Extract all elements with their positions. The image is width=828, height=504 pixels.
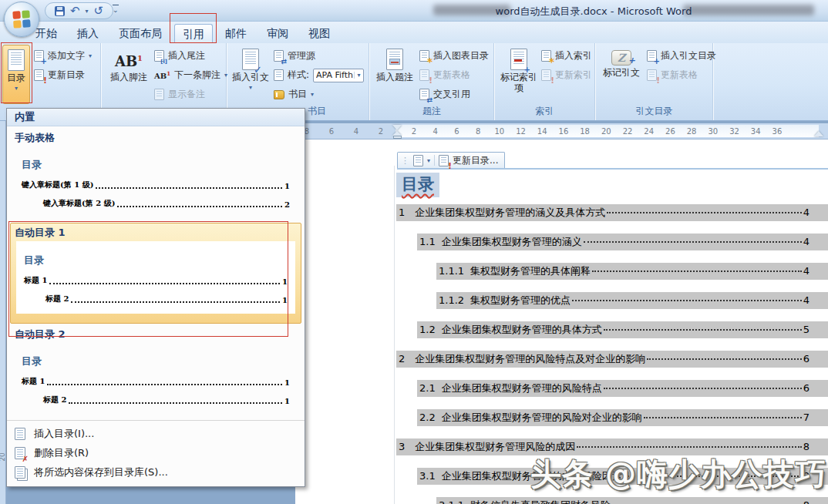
insert-citation-label: 插入引文 [232,72,269,83]
captions-group-label: 题注 [370,105,493,118]
insert-table-of-authorities-button[interactable]: 插入引文目录 [647,49,716,63]
toc-field-icon[interactable] [413,155,423,166]
document-toc-heading[interactable]: 目录 [396,173,439,197]
toc-entry-text: 财务信息失真导致集团财务风险 [470,499,611,504]
toc-entry-text: 企业集团集权型财务管理风险的成因 [415,440,575,454]
undo-dropdown-icon[interactable] [86,8,89,15]
toc-entry-number: 3 [399,441,405,452]
toc-entry-page: 4 [803,294,809,306]
toc-entry[interactable]: 1.1.1集权型财务管理的具体阐释4 [436,263,828,280]
update-index-label: 更新索引 [555,69,592,82]
mark-citation-button[interactable]: 标记引文 [599,46,644,79]
cross-reference-label: 交叉引用 [433,88,470,101]
update-index-icon [541,69,551,81]
insert-table-of-authorities-label: 插入引文目录 [661,49,716,62]
table-of-authorities-group: 标记引文 插入引文目录 更新表格 引文目录 [596,43,713,120]
toolbar-grip-icon[interactable] [401,155,409,166]
office-button[interactable] [4,2,39,37]
toc-entry-number: 3.1.1 [439,499,464,504]
undo-icon[interactable] [70,5,80,17]
toc-entry-text: 集权型财务管理的优点 [470,294,571,307]
menu-command[interactable]: 将所选内容保存到目录库(S)... [7,462,305,482]
update-toc-button[interactable]: 更新目录 [34,68,92,82]
redo-icon[interactable] [94,5,104,17]
save-to-gallery-icon [15,466,25,479]
first-line-indent-marker[interactable] [392,125,402,130]
left-indent-marker[interactable] [393,136,402,139]
ribbon-tab[interactable]: 插入 [69,24,106,43]
toc-entry-number: 1.1.1 [439,265,464,277]
style-combobox[interactable]: APA Fifth [313,69,364,82]
next-footnote-button[interactable]: AB1 下一条脚注 [154,68,227,82]
toc-field-border [397,168,828,170]
ribbon-tab[interactable]: 视图 [301,24,338,43]
insert-caption-button[interactable]: 插入题注 [373,45,416,83]
style-row: 样式: APA Fifth [274,68,364,82]
toc-entry-page: 4 [803,265,809,277]
window-title: word自动生成目录.docx - Microsoft Word [416,5,771,18]
mark-entry-label: 标记索引项 [499,72,539,94]
ruler-number: 22 [623,127,633,136]
toc-gallery-item-name: 手动表格 [11,129,301,146]
cross-reference-icon [419,89,429,100]
dot-leader [644,417,802,418]
menu-command[interactable]: 删除目录(R) [7,443,305,462]
ruler-number: 2 [379,127,383,136]
chevron-down-icon[interactable] [354,72,363,79]
index-group: 标记索引项 插入索引 更新索引 索引 [495,43,595,120]
toc-entry[interactable]: 3.1.1财务信息失真导致集团财务风险8 [436,497,828,504]
toc-preview-title: 目录 [22,158,290,172]
toc-entry-text: 企业集团集权型财务管理的风险特点及对企业的影响 [415,352,645,366]
update-toc-label: 更新目录 [48,69,85,82]
toa-group-label: 引文目录 [596,105,712,118]
update-toc-field-label[interactable]: 更新目录... [453,154,498,167]
update-toc-field-icon[interactable] [439,155,449,166]
toc-entry[interactable]: 2企业集团集权型财务管理的风险特点及对企业的影响6 [396,351,828,368]
toc-gallery-preview: 目录键入章标题(第 1 级)1键入章标题(第 2 级)2 [11,146,301,221]
ruler-number: 6 [329,127,334,136]
toc-entry[interactable]: 1.1企业集团集权型财务管理的涵义4 [417,234,828,250]
document-page[interactable]: 更新目录... 目录 1企业集团集权型财务管理的涵义及具体方式41.1企业集团集… [295,139,828,504]
update-toa-table-icon [647,69,657,81]
add-text-label: 添加文字 [48,49,85,62]
customize-quick-access-icon[interactable] [113,6,119,14]
insert-citation-button[interactable]: 插入引文 [231,45,271,90]
annotation-box-references-tab [170,13,217,43]
toc-gallery-item[interactable]: 手动表格目录键入章标题(第 1 级)1键入章标题(第 2 级)2 [10,128,301,222]
toc-entry-number: 2 [399,353,405,365]
toc-entry[interactable]: 1企业集团集权型财务管理的涵义及具体方式4 [396,204,828,221]
toc-entry-page: 7 [803,412,809,423]
right-indent-marker[interactable] [814,131,823,136]
insert-table-of-figures-icon [419,50,429,62]
ribbon-tab[interactable]: 审阅 [259,24,296,43]
add-text-button[interactable]: 添加文字 [34,49,92,63]
insert-index-button[interactable]: 插入索引 [541,49,592,63]
dot-leader [592,270,802,272]
chevron-down-icon[interactable] [427,157,430,164]
bibliography-button[interactable]: 书目 [274,87,364,102]
manage-sources-icon [274,50,284,62]
save-icon[interactable] [55,6,65,16]
toc-gallery-preview: 目录标题 11标题 21 [11,342,301,418]
mark-entry-button[interactable]: 标记索引项 [499,45,539,94]
ribbon-tab[interactable]: 邮件 [217,24,254,43]
toc-entry[interactable]: 1.1.2集权型财务管理的优点4 [436,292,828,309]
menu-command[interactable]: 插入目录(I)... [7,424,305,443]
vertical-ruler[interactable]: 20 [0,121,6,504]
toc-entry[interactable]: 1.2企业集团集权型财务管理的具体方式5 [417,321,828,338]
manage-sources-button[interactable]: 管理源 [274,49,364,63]
toc-entry[interactable]: 2.1企业集团集权型财务管理的风险特点6 [417,380,828,397]
toc-preview-row: 标题 11 [22,376,290,387]
insert-footnote-button[interactable]: AB1 插入脚注 [106,46,151,83]
next-footnote-label: 下一条脚注 [174,69,220,82]
toc-entry[interactable]: 2.2企业集团集权型财务管理的风险对企业的影响7 [417,409,828,426]
ribbon-tab[interactable]: 页面布局 [111,24,170,43]
toc-gallery-item[interactable]: 自动目录 2目录标题 11标题 21 [10,324,301,418]
toc-preview-page: 2 [284,200,290,209]
ruler-number: 16 [559,127,569,136]
insert-endnote-button[interactable]: 插入尾注 [154,49,227,63]
cross-reference-button[interactable]: 交叉引用 [419,87,489,102]
insert-table-of-figures-button[interactable]: 插入图表目录 [419,49,489,63]
toc-preview-text: 键入章标题(第 1 级) [22,180,93,190]
update-toc-icon [34,69,44,81]
